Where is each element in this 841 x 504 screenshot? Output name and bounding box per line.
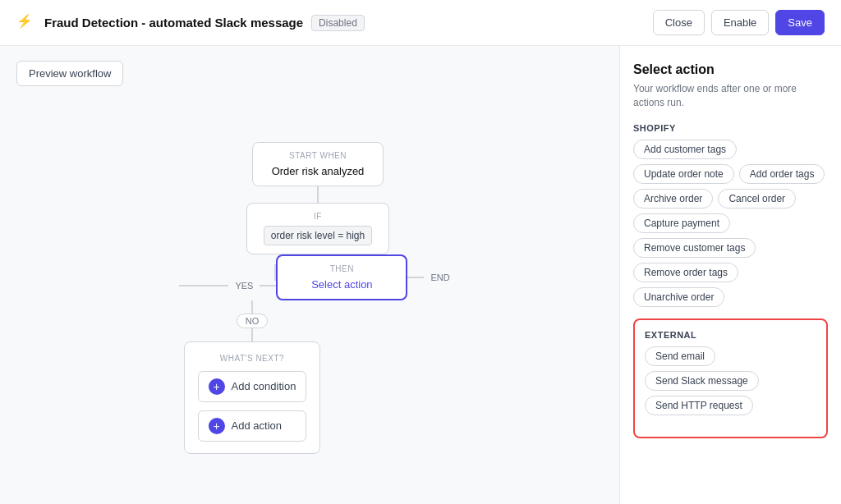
shopify-action-tag[interactable]: Remove customer tags	[633, 238, 756, 258]
add-condition-icon: +	[209, 378, 225, 395]
preview-workflow-button[interactable]: Preview workflow	[16, 61, 123, 86]
canvas: Preview workflow START WHEN Order risk a…	[0, 46, 619, 504]
end-label: END	[424, 273, 456, 282]
app-icon: ⚡	[16, 13, 36, 33]
external-actions-list: Send emailSend Slack messageSend HTTP re…	[645, 346, 816, 415]
shopify-heading: SHOPIFY	[633, 123, 828, 133]
shopify-action-tag[interactable]: Unarchive order	[633, 287, 724, 307]
external-action-tag[interactable]: Send HTTP request	[645, 396, 753, 415]
shopify-action-tag[interactable]: Cancel order	[718, 189, 796, 208]
whats-next-label: WHAT'S NEXT?	[198, 354, 307, 363]
external-action-tag[interactable]: Send Slack message	[645, 371, 759, 391]
condition-chip: order risk level = high	[264, 226, 372, 245]
add-condition-button[interactable]: + Add condition	[198, 371, 307, 402]
connector-start-if	[317, 186, 319, 203]
add-action-button[interactable]: + Add action	[198, 410, 307, 442]
workflow-diagram: START WHEN Order risk analyzed IF order …	[179, 142, 456, 454]
whats-next-section: WHAT'S NEXT? + Add condition + Add actio…	[184, 341, 321, 454]
then-node[interactable]: THEN Select action	[276, 254, 407, 300]
shopify-actions-list: Add customer tagsUpdate order noteAdd or…	[633, 140, 828, 307]
no-section: NO	[237, 300, 269, 341]
shopify-action-tag[interactable]: Capture payment	[633, 213, 730, 233]
topbar-actions: Close Enable Save	[653, 10, 825, 35]
if-label: IF	[264, 212, 372, 221]
external-heading: EXTERNAL	[645, 330, 816, 340]
start-when-node: START WHEN Order risk analyzed	[252, 142, 384, 186]
shopify-action-tag[interactable]: Update order note	[633, 164, 734, 184]
panel-title: Select action	[633, 62, 828, 77]
shopify-action-tag[interactable]: Add customer tags	[633, 140, 737, 159]
external-action-tag[interactable]: Send email	[645, 346, 715, 366]
app-title: Fraud Detection - automated Slack messag…	[44, 16, 303, 30]
enable-button[interactable]: Enable	[711, 10, 769, 35]
status-badge: Disabled	[311, 15, 365, 31]
topbar: ⚡ Fraud Detection - automated Slack mess…	[0, 0, 841, 46]
add-action-label: Add action	[232, 419, 282, 432]
add-condition-label: Add condition	[232, 380, 296, 392]
then-label: THEN	[294, 264, 389, 273]
add-action-icon: +	[209, 418, 225, 434]
then-value: Select action	[294, 278, 389, 291]
start-when-value: Order risk analyzed	[269, 165, 366, 177]
external-section: EXTERNAL Send emailSend Slack messageSen…	[633, 318, 828, 438]
no-label: NO	[237, 314, 269, 328]
shopify-action-tag[interactable]: Add order tags	[739, 164, 825, 184]
if-node: IF order risk level = high	[246, 203, 389, 254]
save-button[interactable]: Save	[775, 10, 825, 35]
whats-next-box: WHAT'S NEXT? + Add condition + Add actio…	[184, 341, 321, 454]
workflow-container: START WHEN Order risk analyzed IF order …	[16, 91, 619, 504]
panel-description: Your workflow ends after one or more act…	[633, 82, 828, 110]
topbar-left: ⚡ Fraud Detection - automated Slack mess…	[16, 13, 643, 33]
mid-row: YES THEN Select action END	[179, 254, 456, 300]
main-content: Preview workflow START WHEN Order risk a…	[0, 46, 841, 504]
shopify-action-tag[interactable]: Archive order	[633, 189, 713, 208]
close-button[interactable]: Close	[653, 10, 705, 35]
yes-label: YES	[228, 281, 260, 291]
right-panel: Select action Your workflow ends after o…	[619, 46, 841, 504]
start-when-label: START WHEN	[269, 151, 366, 160]
shopify-action-tag[interactable]: Remove order tags	[633, 263, 738, 282]
